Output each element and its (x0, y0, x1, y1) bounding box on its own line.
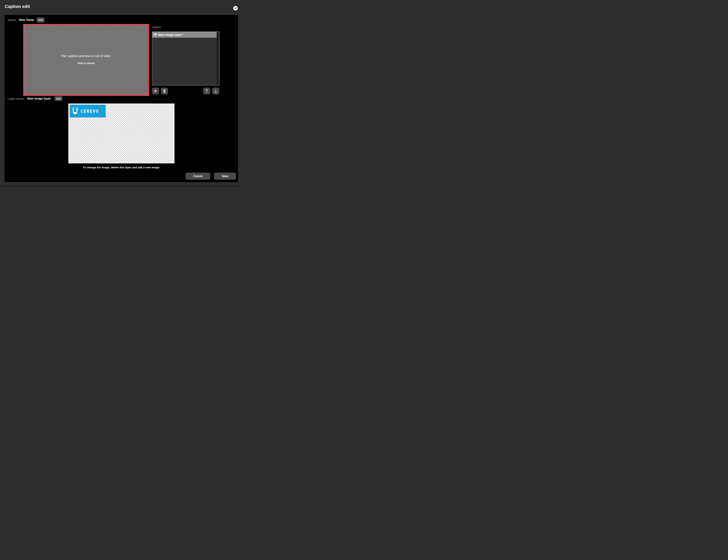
layers-panel: New image layer * (152, 31, 220, 86)
close-icon: ✕ (235, 7, 237, 10)
caption-edit-window: { "dialog": { "title": "Caption edit", "… (0, 0, 243, 187)
name-value: New Telop (19, 18, 34, 22)
layers-scrollbar[interactable] (217, 32, 219, 85)
cerevo-logo: CEREVO (70, 105, 106, 117)
layer-name-label: Layer name: (8, 97, 24, 100)
layer-image-preview: CEREVO (68, 103, 175, 163)
page-title: Caption edit (5, 4, 30, 9)
layer-item-label: New image layer * (158, 33, 184, 37)
dialog-content: Name: New Telop Edit The caption preview… (5, 15, 238, 182)
move-layer-down-button[interactable] (212, 88, 219, 94)
layer-name-value: New image layer (27, 97, 51, 100)
layer-list-item[interactable]: New image layer * (152, 32, 217, 38)
delete-layer-button[interactable] (161, 88, 168, 94)
move-layer-up-button[interactable] (203, 88, 210, 94)
caption-preview[interactable]: The caption preview is out of date. Clic… (23, 24, 149, 96)
layers-label: Layers (152, 25, 161, 29)
layer-name-edit-button[interactable]: Edit (55, 96, 62, 101)
cerevo-mark-icon (72, 107, 79, 115)
save-button[interactable]: Save (214, 173, 236, 180)
image-layer-icon (154, 33, 157, 36)
window-bottom-edge (0, 186, 243, 187)
cerevo-logo-text: CEREVO (81, 109, 99, 114)
arrow-down-icon (214, 89, 217, 93)
name-edit-button[interactable]: Edit (37, 17, 45, 23)
trash-icon (163, 89, 166, 93)
close-button[interactable]: ✕ (233, 6, 238, 10)
preview-stale-message: The caption preview is out of date. (24, 54, 148, 58)
name-label: Name: (8, 18, 17, 22)
arrow-up-icon (205, 89, 208, 93)
cancel-button[interactable]: Cancel (186, 173, 210, 180)
change-image-instruction: To change the image, delete this layer a… (68, 166, 175, 169)
add-layer-button[interactable] (152, 88, 159, 94)
plus-icon (154, 89, 157, 93)
preview-refresh-hint: Click to refresh (24, 62, 148, 65)
